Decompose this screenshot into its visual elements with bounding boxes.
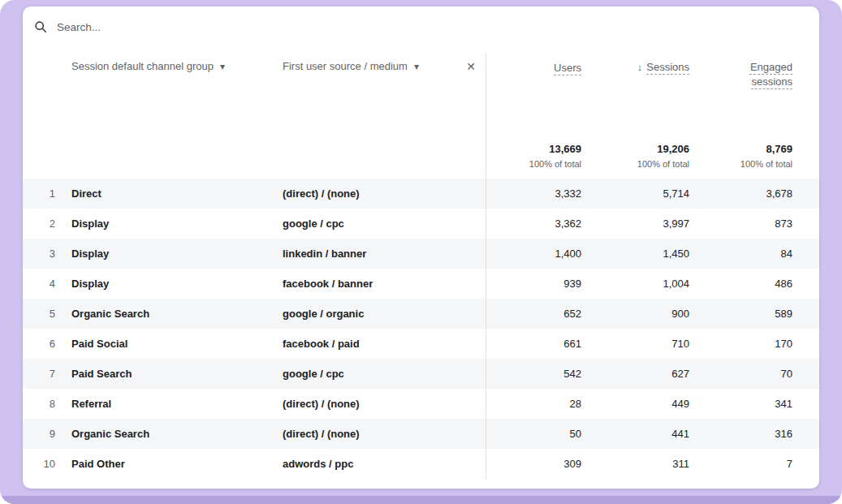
table-row: 2 Display google / cpc 3,362 3,997 873 — [23, 209, 819, 239]
column-header-row: Session default channel group ▾ First us… — [23, 47, 819, 142]
table-body: 1 Direct (direct) / (none) 3,332 5,714 3… — [23, 179, 819, 479]
table-header: Session default channel group ▾ First us… — [23, 47, 819, 179]
chevron-down-icon: ▾ — [220, 60, 225, 73]
total-sessions-pct: 100% of total — [581, 158, 689, 170]
cell-metrics: 1,400 1,450 84 — [486, 248, 819, 260]
column-divider — [486, 54, 486, 479]
cell-source-medium: google / cpc — [270, 218, 486, 230]
cell-sessions: 5,714 — [581, 187, 689, 200]
totals-metrics: 13,669 100% of total 19,206 100% of tota… — [486, 142, 819, 170]
users-sort-header[interactable]: Users — [554, 62, 581, 74]
row-index: 5 — [23, 308, 58, 320]
total-engaged-value: 8,769 — [689, 142, 792, 156]
total-users-value: 13,669 — [486, 142, 581, 156]
row-index: 1 — [23, 187, 58, 200]
row-index: 10 — [23, 458, 58, 470]
total-engaged-sessions: 8,769 100% of total — [689, 142, 792, 170]
header-cell-users: Users — [486, 60, 581, 89]
row-index: 4 — [23, 278, 58, 290]
header-cell-engaged-sessions: Engaged sessions — [689, 60, 792, 89]
cell-sessions: 449 — [581, 398, 689, 410]
cell-sessions: 311 — [581, 458, 689, 470]
cell-channel-group: Direct — [58, 187, 270, 200]
table-row: 9 Organic Search (direct) / (none) 50 44… — [23, 419, 819, 449]
header-cell-channel-group: Session default channel group ▾ — [58, 60, 270, 73]
sort-descending-icon: ↓ — [637, 61, 643, 73]
cell-engaged-sessions: 486 — [689, 278, 792, 290]
cell-engaged-sessions: 84 — [689, 248, 792, 260]
cell-sessions: 900 — [581, 308, 689, 320]
totals-row: 13,669 100% of total 19,206 100% of tota… — [23, 142, 819, 179]
cell-metrics: 939 1,004 486 — [486, 278, 819, 290]
row-index: 6 — [23, 338, 58, 350]
total-sessions: 19,206 100% of total — [581, 142, 689, 170]
channel-group-label: Session default channel group — [71, 60, 214, 73]
table-row: 8 Referral (direct) / (none) 28 449 341 — [23, 389, 819, 419]
total-sessions-value: 19,206 — [581, 142, 689, 156]
remove-column-button[interactable]: ✕ — [466, 60, 476, 73]
cell-metrics: 3,332 5,714 3,678 — [486, 187, 819, 200]
table-row: 4 Display facebook / banner 939 1,004 48… — [23, 269, 819, 299]
table-row: 6 Paid Social facebook / paid 661 710 17… — [23, 329, 819, 359]
cell-source-medium: (direct) / (none) — [270, 187, 486, 200]
table-row: 3 Display linkedin / banner 1,400 1,450 … — [23, 239, 819, 269]
cell-users: 661 — [486, 338, 581, 350]
cell-users: 652 — [486, 308, 581, 320]
source-medium-dropdown[interactable]: First user source / medium ▾ — [283, 60, 419, 73]
row-index: 7 — [23, 368, 58, 380]
cell-engaged-sessions: 589 — [689, 308, 792, 320]
analytics-table-card: Session default channel group ▾ First us… — [23, 6, 819, 489]
cell-metrics: 661 710 170 — [486, 338, 819, 350]
cell-sessions: 441 — [581, 428, 689, 440]
cell-users: 1,400 — [486, 248, 581, 260]
cell-channel-group: Paid Search — [58, 368, 270, 380]
total-engaged-pct: 100% of total — [689, 158, 792, 170]
page-background: Session default channel group ▾ First us… — [0, 0, 842, 504]
cell-channel-group: Display — [58, 248, 270, 260]
cell-sessions: 710 — [581, 338, 689, 350]
metric-headers: Users ↓ Sessions Engaged sessions — [486, 60, 819, 89]
channel-group-dropdown[interactable]: Session default channel group ▾ — [71, 60, 225, 73]
cell-channel-group: Paid Social — [58, 338, 270, 350]
cell-sessions: 627 — [581, 368, 689, 380]
table-row: 10 Paid Other adwords / ppc 309 311 7 — [23, 449, 819, 479]
cell-engaged-sessions: 873 — [689, 218, 792, 230]
cell-users: 50 — [486, 428, 581, 440]
cell-users: 3,362 — [486, 218, 581, 230]
cell-sessions: 1,004 — [581, 278, 689, 290]
cell-source-medium: facebook / paid — [270, 338, 486, 350]
row-index: 3 — [23, 248, 58, 260]
cell-metrics: 3,362 3,997 873 — [486, 218, 819, 230]
row-index: 2 — [23, 218, 58, 230]
cell-users: 28 — [486, 398, 581, 410]
search-input[interactable] — [57, 21, 806, 33]
cell-channel-group: Organic Search — [58, 428, 270, 440]
cell-engaged-sessions: 3,678 — [689, 187, 792, 200]
cell-channel-group: Paid Other — [58, 458, 270, 470]
cell-source-medium: facebook / banner — [270, 278, 486, 290]
chevron-down-icon: ▾ — [414, 60, 419, 73]
cell-channel-group: Display — [58, 218, 270, 230]
cell-metrics: 652 900 589 — [486, 308, 819, 320]
search-bar[interactable] — [23, 6, 819, 47]
cell-users: 542 — [486, 368, 581, 380]
cell-source-medium: (direct) / (none) — [270, 398, 486, 410]
cell-metrics: 542 627 70 — [486, 368, 819, 380]
cell-metrics: 50 441 316 — [486, 428, 819, 440]
header-cell-source-medium: First user source / medium ▾ ✕ — [270, 60, 486, 73]
source-medium-label: First user source / medium — [283, 60, 408, 73]
sessions-sort-header[interactable]: Sessions — [646, 60, 689, 75]
engaged-sessions-sort-header[interactable]: Engaged sessions — [736, 60, 792, 89]
cell-source-medium: linkedin / banner — [270, 248, 486, 260]
table-row: 7 Paid Search google / cpc 542 627 70 — [23, 359, 819, 389]
header-cell-sessions: ↓ Sessions — [581, 60, 689, 89]
cell-source-medium: google / organic — [270, 308, 486, 320]
cell-engaged-sessions: 316 — [689, 428, 792, 440]
cell-metrics: 309 311 7 — [486, 458, 819, 470]
cell-channel-group: Referral — [58, 398, 270, 410]
cell-sessions: 3,997 — [581, 218, 689, 230]
cell-engaged-sessions: 7 — [689, 458, 792, 470]
table-row: 1 Direct (direct) / (none) 3,332 5,714 3… — [23, 179, 819, 209]
cell-metrics: 28 449 341 — [486, 398, 819, 410]
cell-channel-group: Organic Search — [58, 308, 270, 320]
